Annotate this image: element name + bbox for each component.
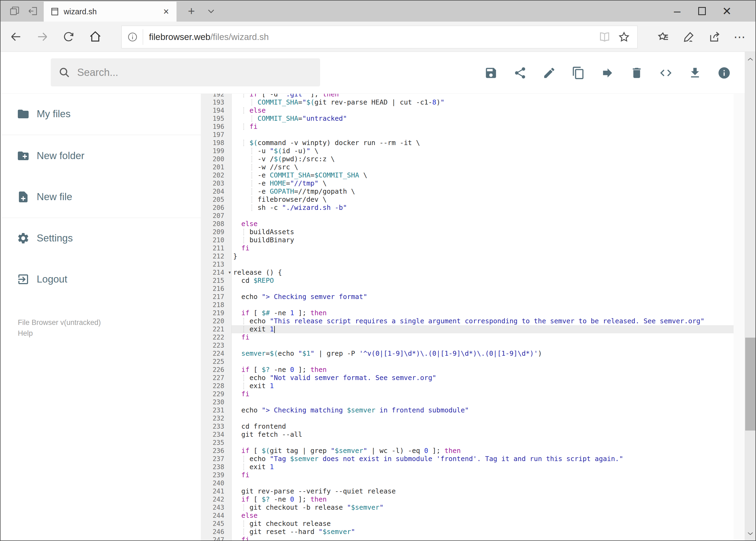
- code-line[interactable]: git checkout release: [232, 520, 734, 528]
- code-line[interactable]: buildAssets: [232, 228, 734, 236]
- code-line[interactable]: fi: [232, 333, 734, 341]
- code-lines[interactable]: if [ -d ".git" ]; then COMMIT_SHA="$(git…: [232, 94, 734, 541]
- code-line[interactable]: fi: [232, 244, 734, 252]
- code-line[interactable]: [232, 357, 734, 366]
- code-line[interactable]: -u "$(id -u)" \: [232, 147, 734, 155]
- code-line[interactable]: cd frontend: [232, 422, 734, 430]
- window-close-button[interactable]: ✕: [714, 1, 739, 22]
- code-line[interactable]: [232, 301, 734, 309]
- code-line[interactable]: -w //src \: [232, 163, 734, 171]
- minimize-button[interactable]: –: [665, 1, 690, 22]
- code-line[interactable]: if [ $? -ne 0 ]; then: [232, 495, 734, 503]
- code-line[interactable]: -e HOME="//tmp" \: [232, 179, 734, 188]
- maximize-button[interactable]: [690, 1, 714, 22]
- code-line[interactable]: else: [232, 512, 734, 520]
- code-line[interactable]: if [ $# -ne 1 ]; then: [232, 309, 734, 317]
- code-line[interactable]: $(command -v winpty) docker run --rm -it…: [232, 139, 734, 147]
- code-line[interactable]: git reset --hard "$semver": [232, 528, 734, 536]
- set-tabs-aside-button[interactable]: [25, 4, 41, 18]
- url-text[interactable]: filebrowser.web/files/wizard.sh: [149, 32, 599, 42]
- code-line[interactable]: if [ $? -ne 0 ]; then: [232, 366, 734, 374]
- code-line[interactable]: sh -c "./wizard.sh -b": [232, 204, 734, 212]
- code-line[interactable]: COMMIT_SHA="untracked": [232, 115, 734, 123]
- code-line[interactable]: [232, 285, 734, 293]
- code-line[interactable]: if [ -d ".git" ]; then: [232, 94, 734, 98]
- code-line[interactable]: git checkout -b release "$semver": [232, 503, 734, 512]
- code-line[interactable]: buildBinary: [232, 236, 734, 244]
- code-line[interactable]: fi: [232, 390, 734, 398]
- code-line[interactable]: cd $REPO: [232, 276, 734, 285]
- code-line[interactable]: exit 1: [232, 325, 734, 333]
- home-button[interactable]: [83, 22, 108, 52]
- forward-button[interactable]: [30, 22, 55, 52]
- address-bar[interactable]: filebrowser.web/files/wizard.sh: [122, 26, 637, 48]
- sidebar-item-settings[interactable]: Settings: [1, 227, 201, 250]
- tab-preview-button[interactable]: [7, 4, 22, 18]
- code-line[interactable]: git fetch --all: [232, 430, 734, 439]
- code-line[interactable]: [232, 212, 734, 220]
- move-button[interactable]: [597, 63, 618, 83]
- code-line[interactable]: exit 1: [232, 382, 734, 390]
- code-line[interactable]: echo "> Checking matching $semver in fro…: [232, 406, 734, 414]
- code-line[interactable]: [232, 341, 734, 349]
- code-line[interactable]: -e COMMIT_SHA=$COMMIT_SHA \: [232, 171, 734, 179]
- code-line[interactable]: echo "Tag $semver does not exist in subm…: [232, 455, 734, 463]
- help-link[interactable]: Help: [18, 328, 101, 339]
- source-code-button[interactable]: [655, 63, 676, 83]
- copy-button[interactable]: [568, 63, 589, 83]
- page-scrollbar[interactable]: [745, 52, 756, 541]
- code-line[interactable]: fi: [232, 536, 734, 541]
- code-line[interactable]: COMMIT_SHA="$(git rev-parse HEAD | cut -…: [232, 98, 734, 106]
- sidebar-item-logout[interactable]: Logout: [1, 268, 201, 291]
- code-line[interactable]: echo "> Checking semver format": [232, 293, 734, 301]
- reading-view-button[interactable]: [599, 31, 611, 43]
- delete-button[interactable]: [627, 63, 647, 83]
- scroll-up-button[interactable]: [745, 52, 756, 67]
- tab-close-button[interactable]: ×: [161, 6, 171, 17]
- code-line[interactable]: echo "Not valid semver format. See semve…: [232, 374, 734, 382]
- share-page-button[interactable]: [703, 22, 727, 52]
- fold-arrow-icon[interactable]: ▾: [229, 269, 231, 276]
- sidebar-item-new-folder[interactable]: New folder: [1, 144, 201, 168]
- code-line[interactable]: fi: [232, 471, 734, 479]
- code-line[interactable]: release () {: [232, 269, 734, 276]
- code-editor[interactable]: 1921931941951961971981992002012022032042…: [201, 94, 734, 541]
- code-line[interactable]: -e GOPATH=//tmp/gopath \: [232, 188, 734, 196]
- scrollbar-thumb[interactable]: [745, 337, 755, 430]
- annotate-pen-button[interactable]: [677, 22, 701, 52]
- refresh-button[interactable]: [57, 22, 81, 52]
- code-line[interactable]: [232, 398, 734, 406]
- info-button[interactable]: [714, 63, 734, 83]
- code-line[interactable]: [232, 479, 734, 487]
- settings-more-button[interactable]: ⋯: [729, 22, 751, 52]
- code-line[interactable]: -v /$(pwd):/src:z \: [232, 155, 734, 163]
- scroll-down-button[interactable]: [745, 526, 756, 541]
- code-line[interactable]: echo "This release script requires a sin…: [232, 317, 734, 325]
- code-line[interactable]: git rev-parse --verify --quiet release: [232, 487, 734, 495]
- code-line[interactable]: [232, 261, 734, 269]
- code-line[interactable]: if [ $(git tag | grep "$semver" | wc -l)…: [232, 447, 734, 455]
- code-line[interactable]: semver=$(echo "$1" | grep -P '^v(0|[1-9]…: [232, 349, 734, 357]
- new-tab-button[interactable]: +: [182, 1, 201, 22]
- favorites-hub-button[interactable]: [651, 22, 675, 52]
- sidebar-item-my-files[interactable]: My files: [1, 102, 201, 126]
- edit-button[interactable]: [539, 63, 560, 83]
- code-line[interactable]: [232, 414, 734, 422]
- code-line[interactable]: filebrowser/dev \: [232, 196, 734, 204]
- code-line[interactable]: [232, 439, 734, 447]
- browser-tab[interactable]: wizard.sh ×: [44, 2, 176, 22]
- code-line[interactable]: exit 1: [232, 463, 734, 471]
- tab-list-chevron-button[interactable]: [202, 1, 220, 22]
- download-button[interactable]: [685, 63, 705, 83]
- code-line[interactable]: }: [232, 252, 734, 261]
- search-input[interactable]: Search...: [51, 58, 320, 86]
- code-line[interactable]: [232, 131, 734, 139]
- sidebar-item-new-file[interactable]: New file: [1, 185, 201, 209]
- favorite-star-button[interactable]: [618, 31, 630, 43]
- code-line[interactable]: else: [232, 220, 734, 228]
- back-button[interactable]: [4, 22, 28, 52]
- save-button[interactable]: [481, 63, 501, 83]
- share-button[interactable]: [510, 63, 530, 83]
- code-line[interactable]: else: [232, 106, 734, 115]
- code-line[interactable]: fi: [232, 123, 734, 131]
